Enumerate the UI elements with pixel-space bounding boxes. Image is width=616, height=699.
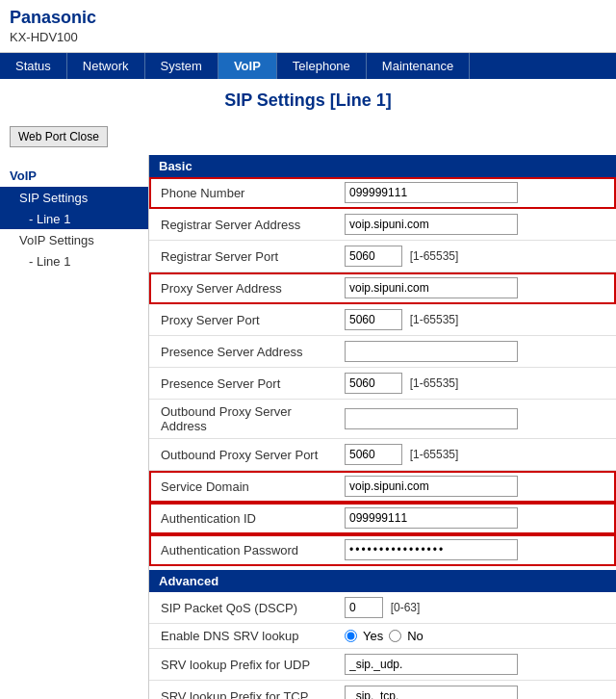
- table-row: Enable DNS SRV lookup Yes No: [149, 624, 616, 649]
- advanced-section-header: Advanced: [149, 570, 616, 592]
- nav-telephone[interactable]: Telephone: [277, 53, 367, 79]
- sidebar-item-voip-settings[interactable]: VoIP Settings: [0, 229, 148, 251]
- field-cell: [337, 272, 616, 304]
- sidebar-item-line1-sip[interactable]: - Line 1: [0, 209, 148, 229]
- field-cell: [337, 209, 616, 241]
- field-label: Proxy Server Address: [149, 272, 337, 304]
- table-row: Proxy Server Address: [149, 272, 616, 304]
- field-cell: [337, 336, 616, 368]
- table-row: SRV lookup Prefix for TCP: [149, 681, 616, 700]
- table-row: Presence Server Address: [149, 336, 616, 368]
- logo: Panasonic: [10, 8, 96, 28]
- page-title: SIP Settings [Line 1]: [0, 79, 616, 122]
- sip-qos-input[interactable]: [345, 597, 383, 618]
- field-label: Registrar Server Address: [149, 209, 337, 241]
- dns-srv-radio-group: Yes No: [345, 629, 608, 643]
- nav-voip[interactable]: VoIP: [218, 53, 277, 79]
- sidebar-item-line1-voip[interactable]: - Line 1: [0, 251, 148, 272]
- proxy-server-port-input[interactable]: [345, 309, 402, 330]
- field-label: Authentication Password: [149, 534, 337, 566]
- field-label: Phone Number: [149, 177, 337, 209]
- dns-srv-yes-radio[interactable]: [345, 630, 357, 642]
- field-label: Authentication ID: [149, 503, 337, 534]
- registrar-port-range: [1-65535]: [410, 249, 459, 263]
- qos-range: [0-63]: [391, 601, 421, 614]
- field-label: Outbound Proxy Server Address: [149, 400, 337, 439]
- field-label: SRV lookup Prefix for TCP: [149, 681, 337, 700]
- sidebar: VoIP SIP Settings - Line 1 VoIP Settings…: [0, 155, 149, 699]
- table-row: Proxy Server Port [1-65535]: [149, 304, 616, 336]
- table-row: Registrar Server Address: [149, 209, 616, 241]
- field-cell: [1-65535]: [337, 304, 616, 336]
- outbound-port-range: [1-65535]: [410, 448, 459, 461]
- field-cell: [1-65535]: [337, 439, 616, 471]
- model: KX-HDV100: [10, 30, 96, 44]
- web-port-area: Web Port Close: [0, 122, 616, 155]
- table-row: Registrar Server Port [1-65535]: [149, 241, 616, 272]
- field-cell: [337, 649, 616, 681]
- nav-network[interactable]: Network: [67, 53, 145, 79]
- field-cell: [1-65535]: [337, 241, 616, 272]
- registrar-server-address-input[interactable]: [345, 214, 518, 235]
- header: Panasonic KX-HDV100: [0, 0, 616, 53]
- field-cell: [1-65535]: [337, 368, 616, 400]
- advanced-form-table: SIP Packet QoS (DSCP) [0-63] Enable DNS …: [149, 592, 616, 699]
- outbound-proxy-port-input[interactable]: [345, 444, 402, 465]
- logo-area: Panasonic KX-HDV100: [10, 8, 96, 44]
- field-label: Service Domain: [149, 471, 337, 503]
- presence-port-range: [1-65535]: [410, 376, 459, 390]
- field-label: Presence Server Port: [149, 368, 337, 400]
- registrar-server-port-input[interactable]: [345, 246, 402, 267]
- srv-udp-input[interactable]: [345, 654, 518, 675]
- auth-password-input[interactable]: [345, 539, 518, 560]
- nav-system[interactable]: System: [145, 53, 218, 79]
- table-row: Outbound Proxy Server Port [1-65535]: [149, 439, 616, 471]
- dns-srv-no-label: No: [407, 629, 424, 643]
- field-label: Enable DNS SRV lookup: [149, 624, 337, 649]
- field-cell: [337, 681, 616, 700]
- table-row: SRV lookup Prefix for UDP: [149, 649, 616, 681]
- field-label: SIP Packet QoS (DSCP): [149, 592, 337, 624]
- basic-section-header: Basic: [149, 155, 616, 177]
- dns-srv-yes-label: Yes: [363, 629, 383, 643]
- table-row: Service Domain: [149, 471, 616, 503]
- field-cell: [337, 471, 616, 503]
- field-label: Registrar Server Port: [149, 241, 337, 272]
- field-cell: [337, 177, 616, 209]
- nav-maintenance[interactable]: Maintenance: [367, 53, 470, 79]
- phone-number-input[interactable]: [345, 182, 518, 203]
- field-label: Proxy Server Port: [149, 304, 337, 336]
- presence-server-port-input[interactable]: [345, 373, 402, 394]
- basic-form-table: Phone Number Registrar Server Address Re…: [149, 177, 616, 566]
- auth-id-input[interactable]: [345, 507, 518, 529]
- main-layout: VoIP SIP Settings - Line 1 VoIP Settings…: [0, 155, 616, 699]
- field-label: Outbound Proxy Server Port: [149, 439, 337, 471]
- field-cell: [337, 503, 616, 534]
- sidebar-voip-title: VoIP: [0, 165, 148, 187]
- web-port-button[interactable]: Web Port Close: [10, 126, 108, 147]
- nav-status[interactable]: Status: [0, 53, 67, 79]
- table-row: Authentication Password: [149, 534, 616, 566]
- table-row: Outbound Proxy Server Address: [149, 400, 616, 439]
- sidebar-item-sip-settings[interactable]: SIP Settings: [0, 187, 148, 209]
- field-label: SRV lookup Prefix for UDP: [149, 649, 337, 681]
- outbound-proxy-address-input[interactable]: [345, 408, 518, 429]
- srv-tcp-input[interactable]: [345, 686, 518, 699]
- proxy-port-range: [1-65535]: [410, 313, 459, 326]
- table-row: Presence Server Port [1-65535]: [149, 368, 616, 400]
- service-domain-input[interactable]: [345, 476, 518, 497]
- field-cell: [337, 400, 616, 439]
- table-row: Phone Number: [149, 177, 616, 209]
- table-row: SIP Packet QoS (DSCP) [0-63]: [149, 592, 616, 624]
- proxy-server-address-input[interactable]: [345, 277, 518, 298]
- presence-server-address-input[interactable]: [345, 341, 518, 362]
- table-row: Authentication ID: [149, 503, 616, 534]
- field-cell: [0-63]: [337, 592, 616, 624]
- field-label: Presence Server Address: [149, 336, 337, 368]
- field-cell: [337, 534, 616, 566]
- field-cell: Yes No: [337, 624, 616, 649]
- content: Basic Phone Number Registrar Server Addr…: [149, 155, 616, 699]
- nav-bar: Status Network System VoIP Telephone Mai…: [0, 53, 616, 79]
- dns-srv-no-radio[interactable]: [389, 630, 401, 642]
